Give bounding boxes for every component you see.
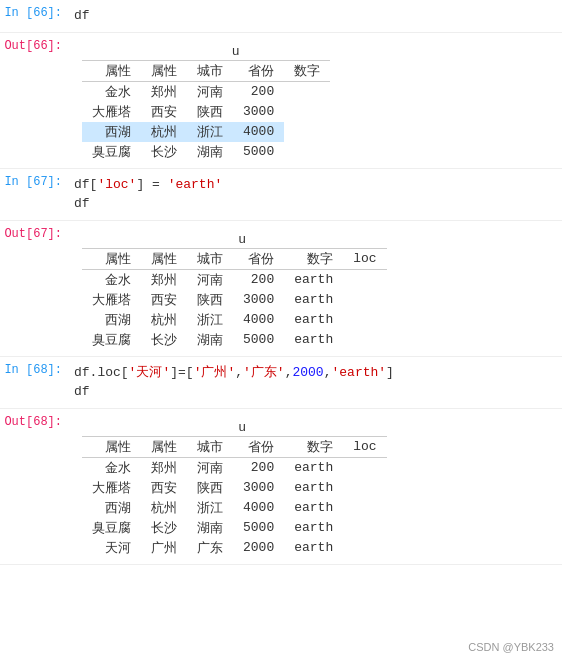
col-group-u: u <box>141 419 343 437</box>
row-cell: 5000 <box>233 142 284 162</box>
col-header-省份: 省份 <box>233 248 284 269</box>
col-group-u: u <box>141 231 343 249</box>
row-index: 大雁塔 <box>82 290 141 310</box>
row-cell: 郑州 <box>141 457 187 478</box>
code-line: df.loc['天河']=['广州','广东',2000,'earth'] <box>74 363 558 383</box>
watermark: CSDN @YBK233 <box>468 641 554 653</box>
row-index: 大雁塔 <box>82 478 141 498</box>
table-row: 金水郑州河南200earth <box>82 269 387 290</box>
row-cell: 200 <box>233 269 284 290</box>
out-label: Out[68]: <box>0 413 70 560</box>
row-cell: 3000 <box>233 102 284 122</box>
row-cell: 2000 <box>233 538 284 558</box>
row-cell: 郑州 <box>141 81 187 102</box>
table-row: 西湖杭州浙江4000earth <box>82 498 387 518</box>
row-index: 天河 <box>82 538 141 558</box>
code-line: df <box>74 6 558 26</box>
row-index: 金水 <box>82 269 141 290</box>
row-cell: 郑州 <box>141 269 187 290</box>
col-index <box>82 419 141 437</box>
col-header-城市: 城市 <box>187 248 233 269</box>
table-row: 西湖杭州浙江4000 <box>82 122 330 142</box>
row-cell: 陕西 <box>187 102 233 122</box>
row-cell: 5000 <box>233 518 284 538</box>
col-extra-header <box>343 231 386 249</box>
table-row: 臭豆腐长沙湖南5000earth <box>82 518 387 538</box>
code-line: df <box>74 194 558 214</box>
out-label: Out[66]: <box>0 37 70 164</box>
row-index: 大雁塔 <box>82 102 141 122</box>
row-cell: 5000 <box>233 330 284 350</box>
code-line: df <box>74 382 558 402</box>
output-content: u属性属性城市省份数字金水郑州河南200大雁塔西安陕西3000西湖杭州浙江400… <box>70 37 562 164</box>
row-index: 西湖 <box>82 122 141 142</box>
table-row: 臭豆腐长沙湖南5000earth <box>82 330 387 350</box>
row-cell: 杭州 <box>141 498 187 518</box>
row-index: 金水 <box>82 81 141 102</box>
row-cell: 4000 <box>233 310 284 330</box>
out-label: Out[67]: <box>0 225 70 352</box>
code-content[interactable]: df['loc'] = 'earth'df <box>70 173 562 216</box>
row-cell: 杭州 <box>141 310 187 330</box>
row-index: 西湖 <box>82 310 141 330</box>
row-cell: earth <box>284 330 343 350</box>
row-cell: 杭州 <box>141 122 187 142</box>
table-row: 金水郑州河南200 <box>82 81 330 102</box>
col-header-loc: loc <box>343 436 386 457</box>
row-index: 金水 <box>82 457 141 478</box>
row-cell: earth <box>284 518 343 538</box>
output-content: u属性属性城市省份数字loc金水郑州河南200earth大雁塔西安陕西3000e… <box>70 225 562 352</box>
col-header-属性: 属性 <box>141 436 187 457</box>
dataframe-table: u属性属性城市省份数字loc金水郑州河南200earth大雁塔西安陕西3000e… <box>82 231 387 350</box>
output-cell: Out[68]:u属性属性城市省份数字loc金水郑州河南200earth大雁塔西… <box>0 409 562 565</box>
row-cell: 4000 <box>233 122 284 142</box>
row-cell: 广州 <box>141 538 187 558</box>
row-cell: 河南 <box>187 457 233 478</box>
col-header-城市: 城市 <box>187 60 233 81</box>
table-row: 臭豆腐长沙湖南5000 <box>82 142 330 162</box>
row-cell: 200 <box>233 81 284 102</box>
row-cell: earth <box>284 478 343 498</box>
row-cell: 4000 <box>233 498 284 518</box>
in-label: In [68]: <box>0 361 70 404</box>
col-index <box>82 231 141 249</box>
col-index <box>82 43 141 61</box>
in-label: In [66]: <box>0 4 70 28</box>
row-cell: earth <box>284 538 343 558</box>
col-header-数字: 数字 <box>284 60 330 81</box>
col-extra-header <box>343 419 386 437</box>
row-cell: 长沙 <box>141 518 187 538</box>
code-content[interactable]: df.loc['天河']=['广州','广东',2000,'earth']df <box>70 361 562 404</box>
row-cell: 西安 <box>141 290 187 310</box>
row-index: 臭豆腐 <box>82 142 141 162</box>
output-cell: Out[67]:u属性属性城市省份数字loc金水郑州河南200earth大雁塔西… <box>0 221 562 357</box>
row-cell: 陕西 <box>187 478 233 498</box>
col-attr: 属性 <box>82 60 141 81</box>
row-cell: earth <box>284 310 343 330</box>
code-content[interactable]: df <box>70 4 562 28</box>
col-attr: 属性 <box>82 248 141 269</box>
row-cell: 河南 <box>187 81 233 102</box>
row-cell: earth <box>284 290 343 310</box>
row-cell: 湖南 <box>187 142 233 162</box>
row-cell: 长沙 <box>141 330 187 350</box>
row-index: 臭豆腐 <box>82 330 141 350</box>
table-row: 西湖杭州浙江4000earth <box>82 310 387 330</box>
row-index: 西湖 <box>82 498 141 518</box>
row-cell: earth <box>284 498 343 518</box>
row-cell: 河南 <box>187 269 233 290</box>
col-header-城市: 城市 <box>187 436 233 457</box>
row-cell: 西安 <box>141 102 187 122</box>
row-cell: 浙江 <box>187 310 233 330</box>
row-cell: 陕西 <box>187 290 233 310</box>
table-row: 金水郑州河南200earth <box>82 457 387 478</box>
row-cell: 200 <box>233 457 284 478</box>
code-line: df['loc'] = 'earth' <box>74 175 558 195</box>
table-row: 天河广州广东2000earth <box>82 538 387 558</box>
row-cell: 3000 <box>233 478 284 498</box>
col-header-属性: 属性 <box>141 60 187 81</box>
table-row: 大雁塔西安陕西3000earth <box>82 478 387 498</box>
row-cell: earth <box>284 269 343 290</box>
input-cell: In [68]:df.loc['天河']=['广州','广东',2000,'ea… <box>0 357 562 409</box>
output-content: u属性属性城市省份数字loc金水郑州河南200earth大雁塔西安陕西3000e… <box>70 413 562 560</box>
